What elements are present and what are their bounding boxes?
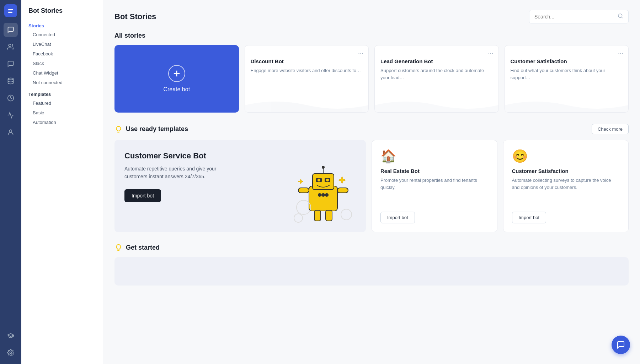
- svg-point-23: [321, 193, 325, 197]
- search-input[interactable]: [534, 14, 615, 20]
- create-bot-card[interactable]: Create bot: [114, 45, 239, 113]
- svg-rect-21: [326, 210, 332, 221]
- nav-users-icon[interactable]: [4, 40, 18, 54]
- sidebar-item-connected[interactable]: Connected: [21, 30, 103, 39]
- nav-messages-icon[interactable]: [4, 57, 18, 71]
- icon-navigation: [0, 0, 21, 364]
- real-estate-title: Real Estate Bot: [380, 168, 489, 174]
- card-menu-icon[interactable]: ···: [358, 50, 363, 57]
- main-content: Bot Stories All stories Create bot ···: [103, 0, 640, 364]
- sidebar-item-basic[interactable]: Basic: [21, 108, 103, 118]
- card-desc: Engage more website visitors and offer d…: [251, 67, 363, 74]
- sidebar-stories-label[interactable]: Stories: [21, 20, 103, 30]
- featured-template-title: Customer Service Bot: [124, 151, 224, 161]
- svg-point-16: [318, 179, 320, 181]
- card-desc: Support customers around the clock and a…: [380, 67, 493, 81]
- card-title: Lead Generation Bot: [380, 58, 493, 64]
- sidebar-title: Bot Stories: [21, 7, 103, 20]
- customer-satisfaction-icon: 😊: [512, 149, 620, 164]
- real-estate-icon: 🏠: [380, 149, 489, 164]
- svg-point-4: [10, 130, 12, 132]
- svg-rect-18: [298, 188, 309, 193]
- customer-satisfaction-template-card: 😊 Customer Satisfaction Automate collect…: [503, 140, 629, 232]
- create-bot-label: Create bot: [163, 86, 190, 93]
- sidebar-templates-label[interactable]: Templates: [21, 87, 103, 98]
- card-title: Discount Bot: [251, 58, 363, 64]
- customer-satisfaction-card: ··· Customer Satisfaction Find out what …: [505, 45, 629, 113]
- lead-gen-bot-card: ··· Lead Generation Bot Support customer…: [374, 45, 499, 113]
- svg-point-24: [325, 193, 329, 197]
- check-more-button[interactable]: Check more: [592, 124, 629, 134]
- all-stories-title: All stories: [114, 32, 629, 39]
- svg-point-1: [9, 44, 11, 47]
- card-menu-icon[interactable]: ···: [618, 50, 623, 57]
- bot-cards-row: Create bot ··· Discount Bot Engage more …: [114, 45, 629, 113]
- card-desc: Find out what your customers think about…: [511, 67, 623, 81]
- customer-satisfaction-template-title: Customer Satisfaction: [512, 168, 620, 174]
- lightbulb-icon: [114, 125, 122, 133]
- app-logo: [4, 4, 17, 17]
- sidebar: Bot Stories Stories Connected LiveChat F…: [21, 0, 103, 364]
- card-content: Discount Bot Engage more website visitor…: [245, 45, 369, 80]
- svg-point-13: [322, 166, 325, 169]
- sidebar-item-featured[interactable]: Featured: [21, 98, 103, 108]
- page-title: Bot Stories: [114, 12, 156, 21]
- sidebar-item-facebook[interactable]: Facebook: [21, 49, 103, 59]
- get-started-card: [114, 257, 629, 286]
- svg-point-6: [618, 14, 622, 18]
- sidebar-item-automation[interactable]: Automation: [21, 118, 103, 127]
- get-started-header: Get started: [114, 244, 629, 251]
- templates-title: Use ready templates: [114, 125, 188, 133]
- svg-point-2: [8, 78, 14, 80]
- real-estate-bot-card: 🏠 Real Estate Bot Promote your rental pr…: [372, 140, 497, 232]
- sidebar-item-chat-widget[interactable]: Chat Widget: [21, 68, 103, 78]
- svg-rect-20: [314, 210, 321, 221]
- robot-illustration: [288, 154, 359, 232]
- templates-header: Use ready templates Check more: [114, 124, 629, 134]
- templates-grid: Customer Service Bot Automate repetitive…: [114, 140, 629, 232]
- svg-point-26: [341, 209, 352, 220]
- nav-clock-icon[interactable]: [4, 91, 18, 105]
- svg-rect-19: [337, 188, 348, 193]
- import-bot-button-real-estate[interactable]: Import bot: [380, 212, 415, 223]
- sidebar-item-livechat[interactable]: LiveChat: [21, 39, 103, 49]
- nav-team-icon[interactable]: [4, 125, 18, 139]
- svg-point-17: [326, 179, 329, 181]
- card-content: Customer Satisfaction Find out what your…: [505, 45, 629, 87]
- nav-settings-icon[interactable]: [4, 346, 18, 360]
- card-menu-icon[interactable]: ···: [488, 50, 493, 57]
- nav-education-icon[interactable]: [4, 328, 18, 343]
- card-content: Lead Generation Bot Support customers ar…: [375, 45, 498, 87]
- sidebar-item-slack[interactable]: Slack: [21, 59, 103, 68]
- get-started-title: Get started: [126, 244, 160, 251]
- svg-point-22: [318, 193, 321, 197]
- search-bar[interactable]: [529, 10, 629, 23]
- sidebar-item-not-connected[interactable]: Not connected: [21, 78, 103, 87]
- card-title: Customer Satisfaction: [511, 58, 623, 64]
- import-bot-button-customer-satisfaction[interactable]: Import bot: [512, 212, 546, 223]
- page-header: Bot Stories: [114, 10, 629, 23]
- nav-chat-icon[interactable]: [4, 23, 18, 37]
- import-bot-button-featured[interactable]: Import bot: [124, 189, 161, 202]
- nav-database-icon[interactable]: [4, 74, 18, 88]
- get-started-lightbulb-icon: [114, 244, 122, 251]
- discount-bot-card: ··· Discount Bot Engage more website vis…: [245, 45, 369, 113]
- create-bot-plus-icon: [168, 65, 185, 82]
- nav-analytics-icon[interactable]: [4, 108, 18, 122]
- svg-point-27: [294, 214, 303, 222]
- float-chat-button[interactable]: [612, 336, 630, 354]
- svg-line-7: [622, 17, 623, 18]
- search-icon: [618, 13, 623, 20]
- svg-point-5: [10, 352, 12, 354]
- featured-template-desc: Automate repetitive queries and give you…: [124, 165, 217, 181]
- customer-satisfaction-template-desc: Automate collecting surveys to capture t…: [512, 177, 620, 206]
- customer-service-bot-card: Customer Service Bot Automate repetitive…: [114, 140, 366, 232]
- real-estate-desc: Promote your rental properties and find …: [380, 177, 489, 206]
